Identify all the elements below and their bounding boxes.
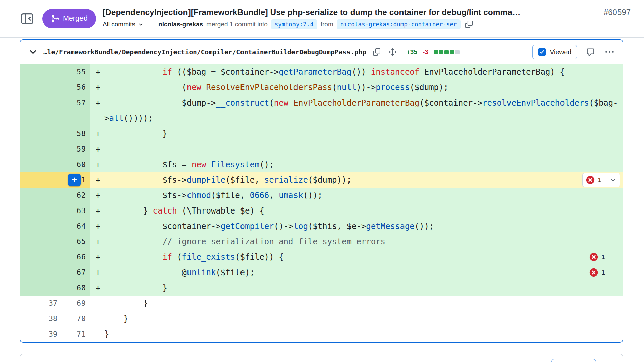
old-line-number[interactable] bbox=[20, 234, 62, 249]
new-line-number[interactable]: 67 bbox=[62, 265, 90, 280]
code-line bbox=[104, 141, 620, 157]
drag-file-button[interactable] bbox=[387, 46, 398, 58]
deletions-count: -3 bbox=[423, 48, 428, 56]
all-commits-dropdown[interactable]: All commits bbox=[103, 21, 143, 28]
new-line-number[interactable]: 56 bbox=[62, 80, 90, 95]
file-header-2: …le/FrameworkBundle/Console/Helper/Build… bbox=[20, 354, 623, 362]
diff-sign: + bbox=[93, 280, 103, 296]
collapse-file-button[interactable] bbox=[28, 47, 38, 57]
new-line-number[interactable]: 66 bbox=[62, 249, 90, 265]
annotation-badge[interactable]: 1 bbox=[589, 249, 605, 265]
code-line: } catch (\Throwable $e) { bbox=[104, 203, 620, 219]
git-merge-icon bbox=[51, 14, 59, 23]
code-cell: + (new ResolveEnvPlaceholdersPass(null))… bbox=[90, 80, 623, 95]
new-line-number[interactable]: 68 bbox=[62, 280, 90, 296]
code-cell: + bbox=[90, 141, 623, 157]
file-tree-toggle-button[interactable] bbox=[19, 10, 36, 27]
code-line: $fs->dumpFile($file, serialize($dump)); bbox=[104, 172, 620, 188]
old-line-number[interactable] bbox=[20, 95, 62, 126]
old-line-number[interactable] bbox=[20, 80, 62, 95]
diff-sign: + bbox=[93, 188, 103, 203]
new-line-number[interactable]: 71 bbox=[62, 326, 90, 342]
new-line-number[interactable]: 57 bbox=[62, 95, 90, 126]
annotation-badge[interactable]: 1 bbox=[589, 265, 605, 280]
file-comment-button[interactable] bbox=[585, 47, 596, 58]
head-branch-badge[interactable]: nicolas-grekas:dump-container-ser bbox=[337, 19, 461, 29]
failure-icon bbox=[589, 268, 598, 277]
base-branch-badge[interactable]: symfony:7.4 bbox=[271, 19, 317, 29]
old-line-number[interactable]: 37 bbox=[20, 296, 62, 311]
merge-text: merged 1 commit into bbox=[206, 21, 268, 28]
annotation-expand-button[interactable] bbox=[606, 173, 620, 187]
code-line: } bbox=[104, 326, 620, 342]
copy-icon bbox=[465, 21, 473, 28]
pr-title: [DependencyInjection][FrameworkBundle] U… bbox=[103, 8, 597, 17]
file-diff-card: …le/FrameworkBundle/DependencyInjection/… bbox=[20, 39, 623, 343]
new-line-number[interactable]: 70 bbox=[62, 311, 90, 326]
pr-number: #60597 bbox=[604, 8, 631, 17]
diff-row: 68+ } bbox=[20, 280, 623, 296]
code-cell: + @unlink($file); bbox=[90, 265, 623, 280]
old-line-number[interactable] bbox=[20, 280, 62, 296]
new-line-number[interactable]: 69 bbox=[62, 296, 90, 311]
copy-path-button[interactable] bbox=[372, 47, 382, 57]
old-line-number[interactable]: 38 bbox=[20, 311, 62, 326]
viewed-button[interactable]: Viewed bbox=[532, 45, 577, 59]
old-line-number[interactable] bbox=[20, 249, 62, 265]
new-line-number[interactable]: 59 bbox=[62, 141, 90, 157]
old-line-number[interactable] bbox=[20, 219, 62, 234]
code-line: } bbox=[104, 296, 620, 311]
old-line-number[interactable] bbox=[20, 172, 62, 188]
diff-sign: + bbox=[93, 95, 103, 111]
pr-files-page: Merged [DependencyInjection][FrameworkBu… bbox=[0, 0, 644, 362]
viewed-label: Viewed bbox=[550, 48, 571, 56]
old-line-number[interactable] bbox=[20, 157, 62, 172]
copy-icon bbox=[373, 48, 380, 56]
old-line-number[interactable] bbox=[20, 265, 62, 280]
old-line-number[interactable] bbox=[20, 141, 62, 157]
diff-sign: + bbox=[93, 141, 103, 157]
divider bbox=[151, 19, 151, 29]
file-path[interactable]: …le/FrameworkBundle/DependencyInjection/… bbox=[43, 48, 366, 56]
new-line-number[interactable]: 64 bbox=[62, 219, 90, 234]
old-line-number[interactable] bbox=[20, 64, 62, 80]
from-text: from bbox=[321, 21, 333, 28]
diff-row: 59+ bbox=[20, 141, 623, 157]
old-line-number[interactable] bbox=[20, 126, 62, 141]
code-cell: + $fs->dumpFile($file, serialize($dump))… bbox=[90, 172, 623, 188]
file-kebab-button[interactable] bbox=[604, 47, 615, 58]
new-line-number[interactable]: 60 bbox=[62, 157, 90, 172]
diff-sign: + bbox=[93, 265, 103, 280]
diff-row: 66+ if (file_exists($file)) {1 bbox=[20, 249, 623, 265]
copy-branch-button[interactable] bbox=[464, 19, 474, 29]
diff-sign: + bbox=[93, 249, 103, 265]
file-header: …le/FrameworkBundle/DependencyInjection/… bbox=[20, 40, 623, 64]
add-comment-button[interactable]: + bbox=[68, 174, 81, 186]
new-line-number[interactable]: 62 bbox=[62, 188, 90, 203]
chevron-down-icon bbox=[29, 48, 37, 56]
diff-row: 63+ } catch (\Throwable $e) { bbox=[20, 203, 623, 219]
new-line-number[interactable]: 55 bbox=[62, 64, 90, 80]
code-cell: + $dump->__construct(new EnvPlaceholderP… bbox=[90, 95, 623, 126]
diff-sign: + bbox=[93, 80, 103, 95]
diff-row: 57+ $dump->__construct(new EnvPlaceholde… bbox=[20, 95, 623, 126]
old-line-number[interactable] bbox=[20, 188, 62, 203]
kebab-icon bbox=[605, 48, 614, 56]
code-line: if (($bag = $container->getParameterBag(… bbox=[104, 64, 620, 80]
file-comment-button[interactable] bbox=[604, 361, 615, 362]
author-link[interactable]: nicolas-grekas bbox=[158, 21, 203, 28]
diff-sign: + bbox=[93, 157, 103, 172]
diff-row: 64+ $container->getCompiler()->log($this… bbox=[20, 219, 623, 234]
new-line-number[interactable]: 58 bbox=[62, 126, 90, 141]
merged-status-badge: Merged bbox=[42, 9, 96, 28]
code-line: } bbox=[104, 311, 620, 326]
sidebar-toggle-icon bbox=[20, 12, 34, 26]
all-commits-label: All commits bbox=[103, 21, 135, 28]
new-line-number[interactable]: 63 bbox=[62, 203, 90, 219]
code-line: } bbox=[104, 126, 620, 141]
old-line-number[interactable] bbox=[20, 203, 62, 219]
old-line-number[interactable]: 39 bbox=[20, 326, 62, 342]
diffstat-square bbox=[434, 50, 438, 54]
viewed-button[interactable]: Viewed bbox=[551, 359, 596, 362]
new-line-number[interactable]: 65 bbox=[62, 234, 90, 249]
